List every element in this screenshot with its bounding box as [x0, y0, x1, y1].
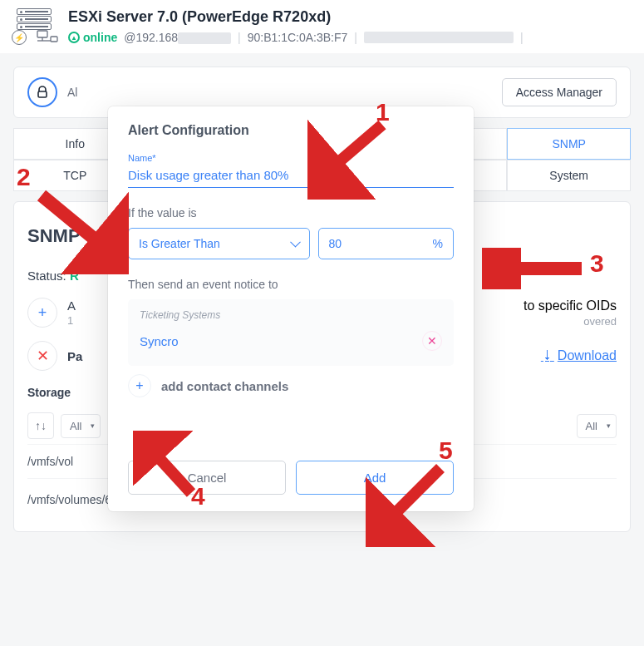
svg-rect-4 — [38, 91, 47, 97]
threshold-input[interactable] — [329, 237, 433, 250]
cancel-button[interactable]: Cancel — [128, 461, 286, 495]
status-line: ▴ online @192.168 | 90:B1:1C:0A:3B:F7 | … — [68, 31, 632, 44]
lock-icon — [27, 77, 57, 107]
redacted-mask — [178, 32, 231, 44]
online-badge: ▴ online — [68, 31, 117, 44]
redacted-mask — [364, 32, 514, 43]
alert-config-modal: Alert Configuration Name* If the value i… — [108, 106, 474, 511]
add-contact-channels[interactable]: + add contact channels — [128, 366, 454, 402]
access-manager-button[interactable]: Access Manager — [502, 78, 617, 106]
download-link[interactable]: ⭳Download — [541, 348, 617, 363]
name-label: Name* — [128, 153, 454, 163]
if-label: If the value is — [128, 206, 454, 219]
size-filter[interactable]: All — [577, 414, 617, 438]
svg-rect-3 — [51, 37, 57, 42]
modal-title: Alert Configuration — [128, 123, 454, 138]
storage-filter[interactable]: All — [61, 414, 101, 438]
dest-category: Ticketing Systems — [140, 309, 442, 321]
download-icon: ⭳ — [541, 348, 554, 362]
power-icon: ⚡ — [12, 30, 27, 45]
unit-label: % — [433, 237, 443, 250]
remove-button[interactable]: ✕ — [27, 341, 57, 371]
caret-up-icon: ▴ — [68, 32, 80, 43]
sort-button[interactable]: ↑↓ — [27, 412, 54, 439]
mac-address: 90:B1:1C:0A:3B:F7 — [248, 31, 348, 44]
destinations-section: Ticketing Systems Syncro ✕ — [128, 299, 454, 366]
destination-item: Syncro ✕ — [140, 328, 442, 362]
network-icon — [37, 30, 58, 45]
server-icon: ⚡ — [12, 8, 58, 45]
comparator-dropdown[interactable]: Is Greater Than — [128, 228, 310, 259]
oid-text: to specific OIDs — [524, 298, 617, 313]
add-button[interactable]: Add — [296, 461, 454, 495]
remove-destination-button[interactable]: ✕ — [422, 331, 442, 351]
tab-snmp[interactable]: SNMP — [507, 128, 631, 160]
page-title: ESXi Server 7.0 (PowerEdge R720xd) — [68, 8, 632, 26]
alert-name-input[interactable] — [128, 165, 454, 188]
add-button[interactable]: + — [27, 298, 57, 328]
then-label: Then send an event notice to — [128, 278, 454, 291]
page-header: ⚡ ESXi Server 7.0 (PowerEdge R720xd) ▴ o… — [0, 0, 644, 53]
svg-rect-0 — [37, 31, 47, 37]
plus-icon: + — [128, 374, 151, 397]
threshold-field[interactable]: % — [318, 228, 455, 259]
ip-address: @192.168 — [124, 31, 231, 44]
access-text: Al — [67, 86, 492, 99]
tab-system[interactable]: System — [507, 160, 631, 191]
